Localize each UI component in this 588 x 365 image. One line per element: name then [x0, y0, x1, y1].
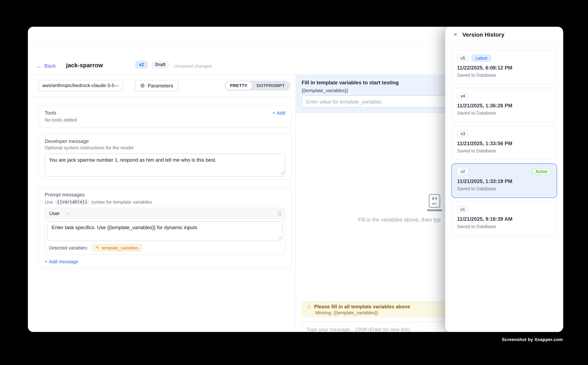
add-tool-label: Add — [277, 110, 285, 116]
version-note: Saved to Database — [457, 110, 551, 116]
version-card[interactable]: v1 11/21/2025, 9:16:39 AM Saved to Datab… — [451, 201, 557, 236]
version-timestamp: 11/21/2025, 1:36:28 PM — [457, 103, 551, 109]
version-tag-badge: Active — [532, 168, 551, 175]
version-list: v5 Latest 11/22/2025, 6:08:12 PM Saved t… — [445, 43, 563, 236]
page-title: jack-sparrow — [66, 62, 103, 69]
detected-variable-name: template_variables — [102, 246, 138, 250]
version-number-badge: v5 — [457, 55, 469, 62]
developer-message-hint: Optional system instructions for the mod… — [45, 145, 285, 151]
pencil-icon: ✎ — [96, 245, 99, 250]
version-number-badge: v1 — [457, 206, 469, 213]
tools-empty-text: No tools added — [45, 117, 285, 123]
version-timestamp: 11/21/2025, 1:33:19 PM — [457, 178, 551, 184]
empty-state-caption: Fill in the variables above, then typ — [358, 217, 441, 223]
version-badge: v2 — [135, 61, 148, 69]
prompt-message-block: User Detected variables: — [45, 208, 285, 255]
close-icon[interactable]: ✕ — [453, 32, 457, 37]
prompt-messages-card: Prompt messages Use {{variable}} syntax … — [38, 187, 292, 268]
chevron-down-icon — [66, 211, 70, 215]
detected-variables-label: Detected variables: — [49, 245, 88, 250]
toggle-pretty[interactable]: PRETTY — [225, 81, 252, 90]
version-card[interactable]: v5 Latest 11/22/2025, 6:08:12 PM Saved t… — [451, 50, 557, 84]
add-tool-button[interactable]: + Add — [272, 110, 285, 116]
tools-label: Tools — [45, 110, 56, 116]
watermark-label: Screenshot by Xnapper.com — [502, 337, 563, 342]
version-card[interactable]: v2 Active 11/21/2025, 1:33:19 PM Saved t… — [451, 163, 557, 198]
prompt-message-textarea[interactable] — [47, 221, 283, 241]
version-tag-badge: Latest — [472, 55, 491, 62]
developer-message-label: Developer message — [45, 138, 285, 144]
plus-icon: + — [45, 259, 48, 264]
toggle-dotprompt[interactable]: DOTPROMPT — [252, 81, 290, 90]
model-toolbar: aws/anthropic/bedrock-claude-3-5-s... ⚙ … — [28, 75, 296, 97]
back-arrow-icon: ← — [36, 63, 42, 69]
version-history-panel: ✕ Version History v5 Latest 11/22/2025, … — [445, 27, 563, 332]
version-number-badge: v3 — [457, 130, 469, 137]
developer-message-textarea[interactable] — [45, 154, 285, 176]
version-note: Saved to Database — [457, 148, 551, 154]
gear-icon: ⚙ — [140, 83, 145, 88]
unsaved-changes-label: Unsaved changes — [174, 63, 212, 69]
version-note: Saved to Database — [457, 186, 551, 191]
developer-message-card: Developer message Optional system instru… — [38, 134, 292, 180]
parameters-button[interactable]: ⚙ Parameters — [135, 80, 179, 91]
version-note: Saved to Database — [457, 73, 551, 78]
message-role-header: User — [45, 208, 285, 219]
detected-variable-chip[interactable]: ✎ template_variables — [92, 244, 142, 251]
version-number-badge: v4 — [457, 92, 469, 99]
version-timestamp: 11/21/2025, 1:33:56 PM — [457, 140, 551, 146]
role-select-value[interactable]: User — [49, 211, 60, 216]
editor-pane: aws/anthropic/bedrock-claude-3-5-s... ⚙ … — [28, 75, 296, 332]
version-number-badge: v2 — [457, 168, 469, 175]
prompt-hint-suffix: syntax for template variables — [91, 199, 152, 204]
format-toggle: PRETTY DOTPROMPT — [225, 81, 290, 91]
editor-content: Tools + Add No tools added Developer mes… — [28, 97, 296, 332]
detected-variables-row: Detected variables: ✎ template_variables — [45, 243, 285, 254]
prompt-messages-label: Prompt messages — [45, 192, 285, 197]
version-note: Saved to Database — [457, 224, 551, 229]
back-button[interactable]: ← Back — [36, 63, 56, 69]
drag-handle-icon[interactable] — [277, 211, 281, 216]
tools-card: Tools + Add No tools added — [38, 106, 292, 127]
screenshot-stage: ← Back jack-sparrow v2 Draft Unsaved cha… — [0, 0, 588, 365]
prompt-hint-prefix: Use — [45, 199, 53, 204]
plus-icon: + — [272, 110, 275, 116]
warning-icon: ⚠ — [307, 304, 311, 309]
version-history-title: Version History — [462, 31, 504, 38]
bot-icon — [426, 194, 443, 211]
model-select-value: aws/anthropic/bedrock-claude-3-5-s... — [42, 83, 116, 88]
model-select[interactable]: aws/anthropic/bedrock-claude-3-5-s... — [38, 80, 123, 91]
add-message-label: Add message — [49, 259, 78, 264]
chevron-down-icon — [116, 83, 120, 87]
version-history-header: ✕ Version History — [445, 27, 563, 43]
back-label: Back — [44, 63, 56, 69]
warning-title: Please fill in all template variables ab… — [314, 304, 410, 309]
version-timestamp: 11/21/2025, 9:16:39 AM — [457, 216, 551, 222]
version-card[interactable]: v3 11/21/2025, 1:33:56 PM Saved to Datab… — [451, 126, 557, 160]
draft-status-badge: Draft — [152, 61, 169, 69]
variable-syntax-chip: {{variable}} — [55, 199, 89, 205]
parameters-label: Parameters — [147, 83, 173, 89]
version-timestamp: 11/22/2025, 6:08:12 PM — [457, 65, 551, 71]
add-message-button[interactable]: + Add message — [45, 259, 285, 264]
version-card[interactable]: v4 11/21/2025, 1:36:28 PM Saved to Datab… — [451, 88, 557, 122]
